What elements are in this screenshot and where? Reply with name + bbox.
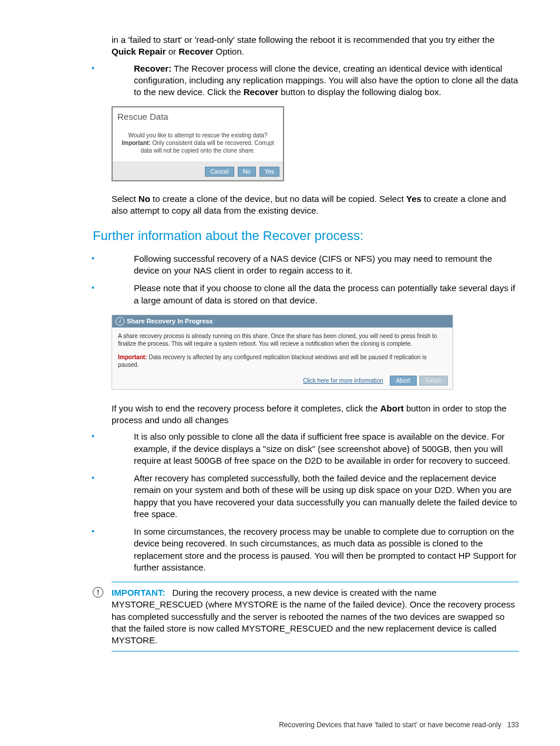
recover-lead: Recover: [134,63,171,73]
text: button to display the following dialog b… [278,87,441,97]
bold-text: Recover [178,46,213,56]
list-item: Following successful recovery of a NAS d… [41,253,519,277]
list-item: After recovery has completed successfull… [41,472,519,520]
text: Select [112,194,139,204]
bold-text: Yes [406,194,421,204]
abort-button[interactable]: Abort [390,376,417,386]
list-item: It is also only possible to clone all th… [41,431,519,467]
cancel-button[interactable]: Cancel [205,167,234,177]
text: Would you like to attempt to rescue the … [128,132,267,139]
rescue-data-dialog: Rescue Data Would you like to attempt to… [112,106,519,181]
panel-title: Share Recovery In Progress [127,317,213,326]
panel-body: A share recovery process is already runn… [112,328,453,373]
info-icon: i [116,317,124,326]
panel-footer: Click here for more information Abort Fi… [112,373,453,389]
important-label: Important: [118,354,147,360]
text: During the recovery process, a new devic… [112,588,515,645]
page-number: 133 [507,721,519,729]
important-note: ! IMPORTANT:During the recovery process,… [112,582,519,652]
text: Only consistent data will be recovered. … [140,140,274,154]
finish-button: Finish [419,376,448,386]
share-recovery-panel: i Share Recovery In Progress A share rec… [112,315,519,390]
text: to create a clone of the device, but no … [150,194,406,204]
bullet-list: Recover: The Recover process will clone … [41,63,519,99]
bullet-list: It is also only possible to clone all th… [41,431,519,573]
bullet-list: Following successful recovery of a NAS d… [41,253,519,306]
dialog-body: Would you like to attempt to rescue the … [113,126,283,161]
text: or [166,46,179,56]
page-footer: Recovering Devices that have 'failed to … [279,720,519,730]
dialog-title: Rescue Data [113,107,283,125]
list-item: Please note that if you choose to clone … [41,282,519,306]
page: in a 'failed to start' or 'read-only' st… [0,0,560,746]
section-heading: Further information about the Recover pr… [93,227,519,245]
text: Option. [213,46,244,56]
bold-text: Recover [244,87,278,97]
text: Data recovery is affected by any configu… [118,354,427,368]
text: in a 'failed to start' or 'read-only' st… [112,35,495,45]
list-item: Recover: The Recover process will clone … [41,63,519,99]
no-button[interactable]: No [238,167,256,177]
important-label: IMPORTANT: [112,588,165,598]
panel-title-bar: i Share Recovery In Progress [112,315,453,328]
footer-text: Recovering Devices that have 'failed to … [279,721,501,729]
text: A share recovery process is already runn… [118,332,447,347]
bold-text: Quick Repair [112,46,166,56]
list-item: In some circumstances, the recovery proc… [41,526,519,573]
intro-paragraph: in a 'failed to start' or 'read-only' st… [112,34,519,58]
post-dialog-paragraph: Select No to create a clone of the devic… [112,193,519,217]
important-label: Important: [122,140,150,146]
more-info-link[interactable]: Click here for more information [303,377,383,384]
dialog-button-row: Cancel No Yes [113,161,283,180]
bold-text: No [139,194,150,204]
alert-icon: ! [93,587,103,598]
yes-button[interactable]: Yes [259,167,279,177]
text: If you wish to end the recovery process … [112,403,380,413]
post-panel-paragraph: If you wish to end the recovery process … [112,403,519,427]
bold-text: Abort [380,403,404,413]
